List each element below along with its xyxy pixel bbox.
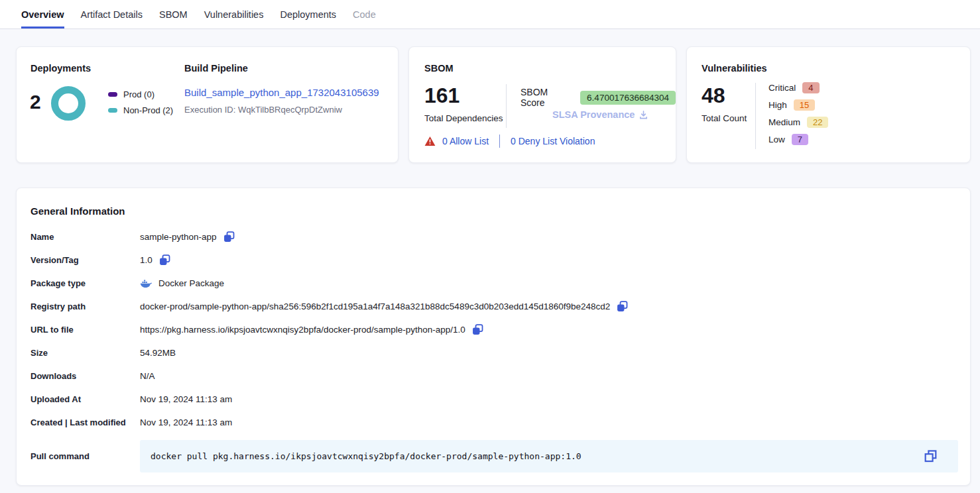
sbom-score-badge: 6.470017636684304	[580, 91, 676, 105]
sbom-score-row: SBOM Score 6.470017636684304	[521, 87, 676, 108]
uploaded-at-label: Uploaded At	[31, 394, 140, 404]
copy-icon[interactable]	[159, 254, 170, 266]
low-label: Low	[768, 135, 785, 144]
info-row-uploaded-at: Uploaded At Nov 19, 2024 11:13 am	[31, 388, 958, 411]
critical-label: Critical	[768, 83, 796, 93]
deployments-legend: Prod (0) Non-Prod (2)	[108, 89, 173, 115]
deployments-title: Deployments	[31, 63, 91, 74]
sbom-divider	[506, 84, 507, 128]
registry-path-value: docker-prod/sample-python-app/sha256:596…	[140, 301, 610, 311]
vulnerabilities-title: Vulnerabilities	[702, 63, 767, 74]
deny-list-link[interactable]: 0 Deny List Violation	[511, 136, 595, 146]
severity-list: Critical 4 High 15 Medium 22 Low 7	[768, 82, 828, 146]
pull-command-value: docker pull pkg.harness.io/ikpsjoavtcwxn…	[151, 451, 582, 461]
low-count-badge: 7	[792, 134, 808, 145]
tab-overview[interactable]: Overview	[21, 0, 64, 28]
tab-sbom[interactable]: SBOM	[159, 0, 188, 28]
build-pipeline-link[interactable]: Build_sample_python_app_1732043105639	[184, 87, 379, 98]
severity-row-medium: Medium 22	[768, 116, 828, 129]
deployments-card: Deployments 2 Prod (0) Non-Prod (2) Buil…	[16, 46, 398, 163]
execution-id: Execution ID: WqkTilbBRqecQrpDtZwniw	[184, 105, 342, 115]
high-count-badge: 15	[794, 99, 815, 111]
warning-icon	[424, 136, 436, 146]
pull-command-label: Pull command	[31, 451, 140, 461]
deployments-total-count: 2	[30, 91, 41, 113]
allow-deny-divider	[499, 135, 500, 148]
version-label: Version/Tag	[31, 255, 140, 265]
vulnerabilities-divider	[755, 83, 756, 149]
created-modified-value: Nov 19, 2024 11:13 am	[140, 417, 232, 427]
info-row-created-modified: Created | Last modified Nov 19, 2024 11:…	[31, 411, 958, 434]
copy-icon[interactable]	[617, 301, 628, 312]
general-information-rows: Name sample-python-app Version/Tag 1.0 P…	[31, 225, 958, 472]
pull-command-box: docker pull pkg.harness.io/ikpsjoavtcwxn…	[140, 440, 958, 472]
critical-count-badge: 4	[802, 82, 819, 93]
sbom-score-label: SBOM Score	[521, 87, 574, 108]
url-value: https://pkg.harness.io/ikpsjoavtcwxnqisy…	[140, 325, 465, 335]
name-label: Name	[31, 232, 140, 242]
info-row-pull-command: Pull command docker pull pkg.harness.io/…	[31, 440, 958, 472]
legend-item-prod: Prod (0)	[108, 89, 173, 99]
package-type-label: Package type	[31, 278, 140, 288]
vulnerabilities-card: Vulnerabilities 48 Total Count Critical …	[686, 46, 971, 163]
vulnerabilities-total-label: Total Count	[702, 113, 747, 123]
sbom-total-dependencies-label: Total Dependencies	[424, 113, 503, 123]
copy-icon[interactable]	[223, 231, 235, 243]
prod-label: Prod (0)	[123, 89, 154, 99]
tab-code: Code	[353, 0, 376, 28]
tab-bar: Overview Artifact Details SBOM Vulnerabi…	[0, 0, 980, 29]
size-value: 54.92MB	[140, 348, 176, 358]
tab-artifact-details[interactable]: Artifact Details	[81, 0, 143, 28]
copy-icon[interactable]	[472, 324, 483, 335]
registry-path-label: Registry path	[31, 301, 140, 311]
info-row-registry-path: Registry path docker-prod/sample-python-…	[31, 295, 958, 318]
severity-row-high: High 15	[768, 99, 828, 111]
high-label: High	[768, 100, 787, 110]
info-row-version: Version/Tag 1.0	[31, 248, 958, 272]
downloads-label: Downloads	[31, 371, 140, 381]
downloads-value: N/A	[140, 371, 155, 381]
severity-row-critical: Critical 4	[768, 82, 828, 94]
info-row-downloads: Downloads N/A	[31, 364, 958, 388]
deployments-donut-chart	[51, 86, 86, 121]
info-row-url: URL to file https://pkg.harness.io/ikpsj…	[31, 318, 958, 341]
allow-list-link[interactable]: 0 Allow List	[442, 136, 489, 146]
general-information-card: General Information Name sample-python-a…	[16, 188, 971, 486]
medium-label: Medium	[768, 117, 800, 127]
info-row-package-type: Package type Docker Package	[31, 272, 958, 295]
nonprod-label: Non-Prod (2)	[123, 105, 173, 115]
slsa-provenance-label: SLSA Provenance	[552, 109, 635, 120]
general-information-title: General Information	[31, 205, 125, 217]
slsa-provenance-button[interactable]: SLSA Provenance	[552, 109, 648, 120]
sbom-total-dependencies-count: 161	[424, 83, 459, 108]
info-row-size: Size 54.92MB	[31, 341, 958, 364]
sbom-title: SBOM	[424, 63, 454, 74]
sbom-policy-row: 0 Allow List 0 Deny List Violation	[424, 135, 595, 148]
created-modified-label: Created | Last modified	[31, 417, 140, 427]
url-label: URL to file	[31, 325, 140, 335]
package-type-value: Docker Package	[158, 278, 224, 288]
info-row-name: Name sample-python-app	[31, 225, 958, 248]
download-icon	[639, 110, 648, 120]
copy-icon[interactable]	[924, 450, 937, 465]
tab-vulnerabilities[interactable]: Vulnerabilities	[204, 0, 264, 28]
severity-row-low: Low 7	[768, 133, 828, 146]
name-value: sample-python-app	[140, 232, 217, 242]
prod-color-swatch	[108, 92, 117, 97]
legend-item-nonprod: Non-Prod (2)	[108, 105, 173, 115]
build-pipeline-title: Build Pipeline	[184, 63, 248, 74]
vulnerabilities-total-count: 48	[702, 83, 725, 108]
docker-icon	[140, 279, 152, 288]
version-value: 1.0	[140, 255, 153, 265]
tab-deployments[interactable]: Deployments	[280, 0, 336, 28]
size-label: Size	[31, 348, 140, 358]
medium-count-badge: 22	[807, 117, 828, 128]
nonprod-color-swatch	[108, 108, 117, 113]
sbom-card: SBOM 161 Total Dependencies SBOM Score 6…	[408, 46, 676, 163]
uploaded-at-value: Nov 19, 2024 11:13 am	[140, 394, 232, 404]
